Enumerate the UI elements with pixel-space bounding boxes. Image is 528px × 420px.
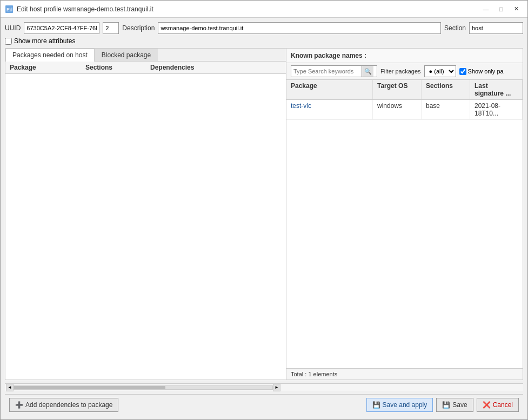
top-row: UUID Description Section [5,22,523,34]
scrollbar-track[interactable] [14,385,273,390]
add-dependencies-button[interactable]: ➕ Add dependencies to package [9,398,118,412]
search-button[interactable]: 🔍 [362,66,373,77]
section-input[interactable] [469,22,523,34]
right-panel: Known package names : 🔍 Filter packages … [286,49,523,380]
left-panel: Packages needed on host Blocked package … [5,49,286,380]
checkbox-row: Show more attributes [5,37,523,45]
left-col-sections: Sections [81,62,146,73]
description-label: Description [122,24,155,32]
show-only-label[interactable]: Show only pa [468,68,504,74]
cancel-icon: ❌ [483,401,491,409]
right-table: Package Target OS Sections Last signatur… [286,80,523,368]
save-apply-label: Save and apply [383,401,427,409]
tab-bar: Packages needed on host Blocked package [5,49,286,62]
right-col-sections: Sections [422,80,470,99]
cell-last-signature: 2021-08-18T10... [470,100,523,119]
left-col-dependencies: Dependencies [146,62,286,73]
show-more-label[interactable]: Show more attributes [14,37,75,45]
save-apply-button[interactable]: 💾 Save and apply [366,398,433,412]
right-col-last-signature: Last signature ... [470,80,523,99]
bottom-right: 💾 Save and apply 💾 Save ❌ Cancel [366,398,519,412]
svg-text:Ed: Ed [6,7,12,12]
title-bar-left: Ed Edit host profile wsmanage-demo.test.… [5,5,153,13]
minimize-button[interactable]: — [479,4,493,15]
cancel-label: Cancel [493,401,513,409]
title-bar: Ed Edit host profile wsmanage-demo.test.… [1,1,527,18]
show-only-checkbox: Show only pa [459,68,504,75]
save-label: Save [452,401,467,409]
uuid-label: UUID [5,24,21,32]
search-icon: 🔍 [364,68,372,75]
section-label: Section [444,24,466,32]
app-icon: Ed [5,5,14,13]
scroll-right-arrow[interactable]: ► [273,384,280,391]
status-bar: Total : 1 elements [286,368,523,380]
right-header: Known package names : [286,49,523,63]
main-window: Ed Edit host profile wsmanage-demo.test.… [0,0,528,420]
add-icon: ➕ [15,401,23,409]
description-input[interactable] [158,22,441,34]
table-row[interactable]: test-vlc windows base 2021-08-18T10... [286,100,523,120]
right-toolbar: 🔍 Filter packages ● (all) Show only pa [286,63,523,80]
save-apply-icon: 💾 [372,401,380,409]
bottom-left: ➕ Add dependencies to package [9,398,118,412]
scrollbar-thumb[interactable] [14,386,165,389]
window-title: Edit host profile wsmanage-demo.test.tra… [17,5,153,13]
left-col-package: Package [5,62,81,73]
search-input[interactable] [291,67,362,76]
content-area: UUID Description Section Show more attri… [1,18,527,419]
save-icon: 💾 [442,401,450,409]
left-body [5,74,286,380]
right-col-target-os: Target OS [373,80,422,99]
show-only-input[interactable] [459,68,466,75]
window-controls: — □ ✕ [479,4,523,15]
right-col-package: Package [286,80,373,99]
left-column-headers: Package Sections Dependencies [5,62,286,74]
add-deps-label: Add dependencies to package [25,401,112,409]
scroll-left-arrow[interactable]: ◄ [6,384,14,391]
cancel-button[interactable]: ❌ Cancel [477,398,519,412]
close-button[interactable]: ✕ [509,4,523,15]
uuid-input[interactable] [24,22,99,34]
version-input[interactable] [103,22,119,34]
tab-packages[interactable]: Packages needed on host [5,49,95,62]
filter-label: Filter packages [380,68,421,74]
main-area: Packages needed on host Blocked package … [5,48,523,380]
search-box: 🔍 [291,65,377,77]
cell-package: test-vlc [286,100,373,119]
horizontal-scrollbar: ◄ ► [5,383,523,391]
bottom-toolbar: ➕ Add dependencies to package 💾 Save and… [5,394,523,415]
filter-select[interactable]: ● (all) [424,65,456,77]
cell-target-os: windows [373,100,422,119]
save-button[interactable]: 💾 Save [436,398,473,412]
maximize-button[interactable]: □ [494,4,508,15]
right-column-headers: Package Target OS Sections Last signatur… [286,80,523,100]
cell-sections: base [422,100,470,119]
tab-blocked[interactable]: Blocked package [95,49,158,61]
show-more-checkbox[interactable] [5,38,12,45]
